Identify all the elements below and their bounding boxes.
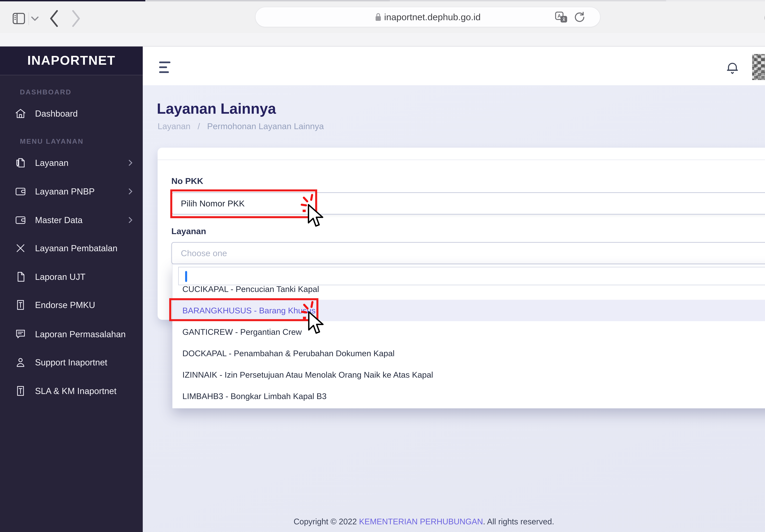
page-title: Layanan Lainnya [157,100,276,117]
chevron-down-icon[interactable] [31,15,39,22]
wallet-icon [15,186,26,198]
sidebar-logo-block: INAPORTNET [0,47,143,75]
dropdown-option[interactable]: CUCIKAPAL - Pencucian Tanki Kapal [173,285,765,300]
sidebar-item-layanan-pnbp[interactable]: Layanan PNBP [15,182,137,201]
sidebar-item-laporan-ujt[interactable]: Laporan UJT [15,267,137,286]
chat-icon [15,328,26,340]
annotation-rect-no-pkk [170,190,317,218]
mouse-cursor [307,203,325,229]
window-tabstrip [0,0,765,1]
package-icon [15,385,26,397]
package-icon [15,299,26,311]
footer-link[interactable]: KEMENTERIAN PERHUBUNGAN [359,517,483,526]
sidebar-section-menu-layanan: MENU LAYANAN [20,137,84,145]
app-header [143,47,765,85]
back-button-icon[interactable] [49,9,59,28]
sidebar-item-layanan[interactable]: Layanan [15,153,137,172]
x-cancel-icon [15,242,26,254]
tabstrip-dark-segment [0,0,145,1]
dropdown-option[interactable]: IZINNAIK - Izin Persetujuan Atau Menolak… [173,364,765,385]
text-cursor [185,271,187,282]
layanan-dropdown: CUCIKAPAL - Pencucian Tanki Kapal BARANG… [172,264,765,408]
dropdown-option[interactable]: LIMBAHB3 - Bongkar Limbah Kapal B3 [173,385,765,407]
sidebar-item-sla-km[interactable]: SLA & KM Inaportnet [15,381,137,400]
annotation-rect-barangkhusus [169,298,319,321]
no-pkk-label: No PKK [171,176,203,186]
user-icon [15,356,26,368]
hamburger-menu-icon[interactable] [159,62,171,73]
sidebar-toggle-icon[interactable] [13,13,25,24]
mouse-cursor [307,310,326,336]
svg-text:x̂: x̂ [562,17,565,22]
url-text: inaportnet.dephub.go.id [384,12,481,22]
sidebar-item-laporan-permasalahan[interactable]: Laporan Permasalahan [15,325,137,344]
svg-text:A: A [557,13,561,19]
toolbar-lower-strip [0,33,765,47]
redacted-username-badge [752,54,765,80]
sidebar-section-dashboard: DASHBOARD [20,88,72,96]
breadcrumb: Layanan / Permohonan Layanan Lainnya [158,121,324,131]
sidebar-item-dashboard[interactable]: Dashboard [15,104,137,123]
dropdown-option[interactable]: GANTICREW - Pergantian Crew [173,321,765,342]
sidebar-item-endorse-pmku[interactable]: Endorse PMKU [15,295,137,314]
chevron-right-icon [124,157,135,168]
sidebar: INAPORTNET DASHBOARD Dashboard MENU LAYA… [0,47,143,532]
dropdown-search-input[interactable] [178,267,765,285]
lock-icon [375,13,382,21]
safari-window: inaportnet.dephub.go.id A x̂ [0,0,765,532]
sidebar-item-support-inaportnet[interactable]: Support Inaportnet [15,353,137,372]
chevron-right-icon [124,215,135,226]
translate-icon[interactable]: A x̂ [555,7,568,27]
bell-icon[interactable] [726,61,739,75]
file-icon [15,271,26,283]
sidebar-item-master-data[interactable]: Master Data [15,211,137,230]
breadcrumb-current: Permohonan Layanan Lainnya [207,121,324,131]
home-icon [15,108,26,120]
layanan-label: Layanan [171,226,206,236]
layanan-placeholder: Choose one [181,248,227,258]
app-logo[interactable]: INAPORTNET [0,53,143,68]
reload-icon[interactable] [574,7,585,27]
downloads-icon[interactable] [764,8,765,28]
wallet-icon [15,214,26,226]
forward-button-icon[interactable] [71,9,81,28]
chevron-right-icon [124,186,135,197]
document-pen-icon [15,157,26,169]
url-field[interactable]: inaportnet.dephub.go.id A x̂ [255,7,600,27]
toolbar-separator [28,12,29,25]
breadcrumb-parent[interactable]: Layanan [158,121,191,131]
layanan-select[interactable]: Choose one [171,242,765,264]
browser-toolbar: inaportnet.dephub.go.id A x̂ [0,1,765,33]
dropdown-option[interactable]: DOCKAPAL - Penambahan & Perubahan Dokume… [173,342,765,364]
sidebar-item-layanan-pembatalan[interactable]: Layanan Pembatalan [15,239,137,258]
footer: Copyright © 2022 KEMENTERIAN PERHUBUNGAN… [0,517,765,526]
